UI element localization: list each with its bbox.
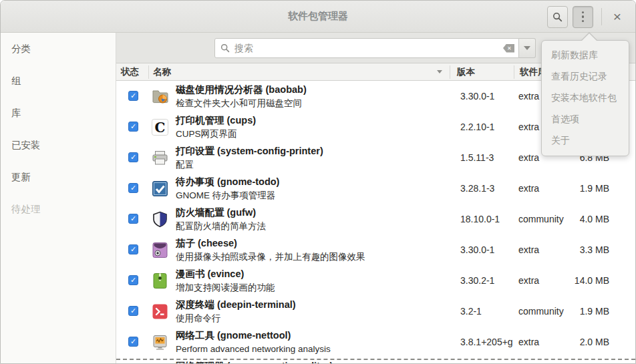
sidebar-item-updates[interactable]: 更新 <box>1 161 116 193</box>
package-name: 深度终端 (deepin-terminal) <box>176 298 296 312</box>
package-name: 磁盘使用情况分析器 (baobab) <box>176 83 307 97</box>
table-row[interactable]: ✓ 防火墙配置 (gufw) 配置防火墙的简单方法 18.10.0-1 comm… <box>116 204 635 234</box>
column-status[interactable]: 状态 <box>121 63 139 81</box>
chevron-down-icon <box>524 46 530 50</box>
package-description: 使用摄像头拍照或录像，并加上有趣的图像效果 <box>176 250 365 264</box>
package-name: 打印设置 (system-config-printer) <box>176 144 323 158</box>
package-checkbox[interactable]: ✓ <box>128 183 138 193</box>
sidebar-item-installed[interactable]: 已安装 <box>1 129 116 161</box>
sidebar-item-label: 已安装 <box>11 139 41 152</box>
package-repo: extra <box>518 81 539 112</box>
package-repo: extra <box>518 327 539 357</box>
package-version: 3.2-1 <box>460 296 482 327</box>
package-manager-window: 软件包管理器 × 分类 组 库 已安装 更新 待处理 <box>0 0 636 364</box>
package-checkbox[interactable]: ✓ <box>128 152 138 162</box>
menu-button[interactable] <box>573 6 593 28</box>
vertical-dots-icon <box>582 11 585 23</box>
package-checkbox[interactable]: ✓ <box>128 91 138 101</box>
package-name: 网络工具 (gnome-nettool) <box>176 329 331 343</box>
printer-icon <box>151 149 169 167</box>
package-checkbox[interactable]: ✓ <box>128 306 138 316</box>
header-separator <box>148 65 149 79</box>
header-separator <box>514 65 514 79</box>
menu-item[interactable]: 安装本地软件包 <box>542 87 629 109</box>
comic-book-icon <box>151 272 169 290</box>
package-version: 3.8.1+205+g <box>460 327 513 357</box>
package-checkbox[interactable]: ✓ <box>128 244 138 254</box>
sidebar-item-repos[interactable]: 库 <box>1 97 116 129</box>
package-name: 漫画书 (evince) <box>176 267 275 281</box>
package-name: 防火墙配置 (gufw) <box>176 206 266 220</box>
sidebar-item-label: 库 <box>11 107 21 120</box>
package-description: 配置 <box>176 158 323 172</box>
window-title: 软件包管理器 <box>1 10 635 23</box>
menu-item[interactable]: 首选项 <box>542 109 629 130</box>
package-name: 茄子 (cheese) <box>176 236 365 250</box>
menu-item[interactable]: 刷新数据库 <box>542 45 629 66</box>
menu-item[interactable]: 查看历史记录 <box>542 66 629 87</box>
package-size: 1.9 MB <box>580 173 609 204</box>
package-repo: extra <box>518 142 539 173</box>
search-criteria-dropdown[interactable] <box>519 38 536 58</box>
package-description: Perform advanced networking analysis <box>176 343 331 356</box>
cups-icon: C <box>151 118 169 136</box>
package-size: 1.9 MB <box>580 296 609 327</box>
package-name: 打印机管理 (cups) <box>176 114 256 128</box>
package-repo: extra <box>518 265 539 296</box>
package-size: 4.0 MB <box>580 204 609 234</box>
package-version: 1.5.11-3 <box>460 142 494 173</box>
package-repo: extra <box>518 234 539 265</box>
package-size: 3.3 MB <box>580 234 609 265</box>
package-checkbox[interactable]: ✓ <box>128 337 138 347</box>
sort-descending-icon <box>437 70 442 73</box>
package-description: 使用命令行 <box>176 312 296 325</box>
table-row[interactable]: ✓ 深度终端 (deepin-terminal) 使用命令行 3.2-1 com… <box>116 296 635 327</box>
titlebar: 软件包管理器 × <box>1 1 635 33</box>
sidebar-item-label: 组 <box>11 75 21 87</box>
search-input[interactable] <box>234 43 503 53</box>
menu-item[interactable]: 关于 <box>542 130 629 152</box>
search-toggle-button[interactable] <box>547 6 568 28</box>
package-repo: extra <box>518 173 539 204</box>
search-icon <box>220 43 230 53</box>
clear-search-icon[interactable] <box>503 44 514 53</box>
firewall-icon <box>151 210 169 228</box>
package-checkbox[interactable]: ✓ <box>128 275 138 285</box>
sidebar-item-label: 更新 <box>11 171 31 184</box>
package-size: 14.0 MB <box>575 265 609 296</box>
package-checkbox[interactable]: ✓ <box>128 122 138 132</box>
svg-text:C: C <box>155 120 166 136</box>
package-name: 网络管理器 (nm-connection-editor) <box>176 359 333 364</box>
search-icon <box>552 12 563 22</box>
sidebar-item-pending: 待处理 <box>1 193 116 225</box>
nettool-icon <box>151 333 169 351</box>
app-menu-popover: 刷新数据库 查看历史记录 安装本地软件包 首选项 关于 <box>541 40 629 156</box>
package-version: 3.30.2-1 <box>460 265 494 296</box>
package-checkbox[interactable]: ✓ <box>128 214 138 224</box>
sidebar-item-label: 分类 <box>11 43 31 55</box>
package-version: 3.30.0-1 <box>460 81 494 112</box>
column-version[interactable]: 版本 <box>457 63 475 81</box>
header-separator <box>450 65 450 79</box>
package-repo: community <box>518 296 564 327</box>
package-description: 配置防火墙的简单方法 <box>176 220 266 233</box>
sidebar-item-label: 待处理 <box>11 203 41 216</box>
table-row[interactable]: ✓ 网络工具 (gnome-nettool) Perform advanced … <box>116 327 635 357</box>
package-description: GNOME 待办事项管理器 <box>176 189 279 202</box>
package-description: 增加支持阅读漫画的功能 <box>176 281 275 295</box>
package-version: 2.2.10-1 <box>460 112 494 142</box>
sidebar: 分类 组 库 已安装 更新 待处理 <box>1 33 116 363</box>
table-row[interactable]: ✓ 待办事项 (gnome-todo) GNOME 待办事项管理器 3.28.1… <box>116 173 635 204</box>
close-button[interactable]: × <box>606 1 629 33</box>
terminal-icon <box>151 303 169 321</box>
todo-icon <box>151 180 169 198</box>
search-entry[interactable] <box>214 38 519 58</box>
titlebar-separator <box>601 8 602 25</box>
sidebar-item-groups[interactable]: 组 <box>1 65 116 97</box>
package-version: 3.28.1-3 <box>460 173 494 204</box>
table-row[interactable]: ✓ 茄子 (cheese) 使用摄像头拍照或录像，并加上有趣的图像效果 3.30… <box>116 234 635 265</box>
table-row[interactable]: ✓ 漫画书 (evince) 增加支持阅读漫画的功能 3.30.2-1 extr… <box>116 265 635 296</box>
sidebar-item-categories[interactable]: 分类 <box>1 33 116 65</box>
column-name[interactable]: 名称 <box>153 63 171 81</box>
package-repo: extra <box>518 112 539 142</box>
